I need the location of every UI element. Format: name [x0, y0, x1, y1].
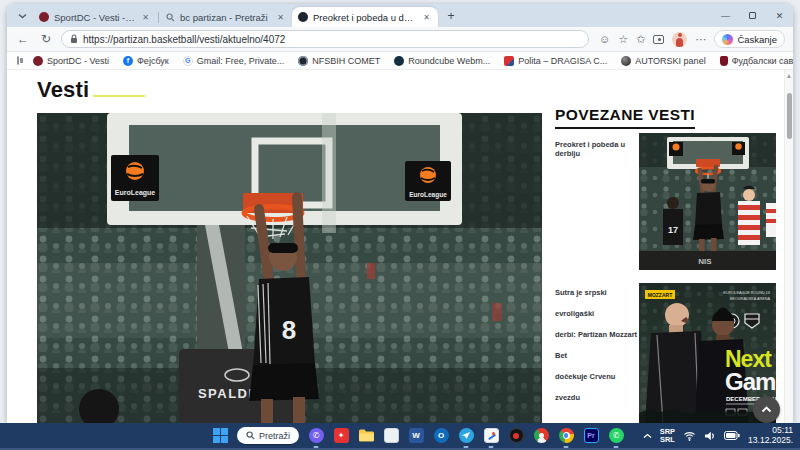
- running-indicator: [614, 446, 619, 448]
- scrollbar-up-arrow[interactable]: [787, 74, 791, 78]
- telegram-icon: [459, 428, 474, 443]
- tray-expand-chevron-icon[interactable]: [643, 433, 652, 439]
- tab-close-icon[interactable]: ✕: [275, 12, 286, 23]
- bookmark-label: Polita – DRAGISA C...: [518, 56, 607, 66]
- page-title: Vesti: [37, 77, 89, 103]
- premiere-pro-icon: Pr: [584, 428, 599, 443]
- taskbar-search[interactable]: Pretraži: [237, 427, 299, 444]
- running-indicator: [314, 446, 319, 448]
- taskbar-chrome[interactable]: [558, 428, 574, 444]
- feedback-icon[interactable]: ☺: [599, 34, 610, 45]
- jersey-number-17: 17: [668, 225, 678, 235]
- taskbar-media-app[interactable]: [533, 428, 549, 444]
- bookmark-favicon: [394, 56, 404, 66]
- address-bar[interactable]: https://partizan.basketball/vesti/aktuel…: [61, 30, 589, 48]
- facebook-icon: f: [123, 56, 133, 66]
- sidebar-toggle-icon[interactable]: [17, 56, 19, 65]
- meta-line-1: EUROLEAGUE ROUND 16: [723, 291, 770, 295]
- svg-text:EuroLeague: EuroLeague: [115, 189, 156, 197]
- tab-article-active[interactable]: Preokret i pobeda u derbiju ✕: [292, 7, 438, 27]
- tab-divider: [158, 12, 159, 23]
- taskbar-snipping-tool[interactable]: [483, 428, 499, 444]
- tab-close-icon[interactable]: ✕: [140, 12, 151, 23]
- chevron-up-icon: [761, 406, 772, 413]
- bookmark-comet[interactable]: NFSBIH COMET: [298, 56, 380, 66]
- url-text: https://partizan.basketball/vesti/aktuel…: [83, 34, 285, 45]
- copilot-chat-button[interactable]: Časkanje: [714, 30, 785, 48]
- collections-icon[interactable]: ✩: [636, 34, 645, 45]
- wifi-icon[interactable]: [683, 431, 696, 441]
- running-indicator: [564, 446, 569, 448]
- bookmark-label: SportDC - Vesti: [47, 56, 109, 66]
- tab-sportdc[interactable]: SportDC - Vesti - Međunarodna ko ✕: [33, 7, 157, 27]
- favorites-star-icon[interactable]: ☆: [618, 34, 628, 45]
- profile-avatar[interactable]: [672, 32, 687, 47]
- bookmark-label: NFSBIH COMET: [312, 56, 380, 66]
- related-item-1-title[interactable]: Preokret i pobeda u derbiju: [555, 140, 639, 158]
- taskbar-ms-store[interactable]: [383, 428, 399, 444]
- taskbar-viber[interactable]: ✆: [308, 428, 324, 444]
- window-controls: — ✕: [712, 4, 793, 27]
- chat-label: Časkanje: [737, 34, 777, 45]
- bookmark-roundcube[interactable]: Roundcube Webm...: [394, 56, 490, 66]
- taskbar-file-explorer[interactable]: [358, 428, 374, 444]
- settings-menu-icon[interactable]: ⋯: [695, 34, 706, 45]
- search-favicon-icon: [166, 13, 175, 22]
- bookmark-favicon: [33, 56, 43, 66]
- bookmark-label: Roundcube Webm...: [408, 56, 490, 66]
- tab-strip: SportDC - Vesti - Međunarodna ko ✕ bc pa…: [7, 4, 793, 27]
- scrollbar-thumb[interactable]: [787, 93, 792, 139]
- taskbar-word[interactable]: W: [408, 428, 424, 444]
- refresh-button[interactable]: ↻: [38, 32, 54, 46]
- tab-search-results[interactable]: bc partizan - Pretraži ✕: [160, 7, 292, 27]
- related-item-1-thumbnail[interactable]: 17 NIS: [639, 133, 776, 270]
- related-news-heading: POVEZANE VESTI: [555, 106, 695, 129]
- maximize-icon: [749, 12, 756, 19]
- red-star-app-icon: ✦: [334, 428, 349, 443]
- close-button[interactable]: ✕: [766, 4, 793, 27]
- bookmark-label: Фудбалски савез...: [732, 56, 793, 66]
- bookmark-favicon: [504, 56, 514, 66]
- taskbar-telegram[interactable]: [458, 428, 474, 444]
- web-capture-icon[interactable]: [653, 35, 664, 44]
- bookmark-fudbalski-savez[interactable]: Фудбалски савез...: [720, 56, 793, 66]
- taskbar-outlook[interactable]: O: [433, 428, 449, 444]
- language-indicator[interactable]: SRP SRL: [660, 428, 675, 444]
- tab-search-chevron-icon[interactable]: [13, 7, 31, 25]
- meta-line-2: BEOGRADSKA ARENA: [730, 297, 771, 301]
- bookmark-favicon: [621, 56, 631, 66]
- taskbar-whatsapp[interactable]: ✆: [608, 428, 624, 444]
- taskbar-recorder[interactable]: [508, 428, 524, 444]
- volume-icon[interactable]: [704, 431, 716, 441]
- taskbar-center: Pretraži ✆ ✦ W O Pr ✆: [212, 423, 624, 448]
- tab-title: SportDC - Vesti - Međunarodna ko: [54, 12, 135, 23]
- system-tray: SRP SRL 05:11 13.12.2025.: [643, 423, 793, 448]
- bookmark-autorski[interactable]: AUTORSKI panel: [621, 56, 705, 66]
- back-button[interactable]: ←: [15, 32, 31, 46]
- page-scrollbar[interactable]: [784, 70, 793, 423]
- bookmark-polita[interactable]: Polita – DRAGISA C...: [504, 56, 607, 66]
- scroll-to-top-button[interactable]: [753, 396, 780, 423]
- bookmark-gmail[interactable]: GGmail: Free, Private...: [183, 56, 285, 66]
- lock-icon: [70, 34, 78, 44]
- svg-text:MOZZART: MOZZART: [648, 292, 672, 298]
- start-button[interactable]: [212, 428, 228, 444]
- euroleague-panel-right: EuroLeague: [405, 161, 451, 201]
- bookmark-sportdc[interactable]: SportDC - Vesti: [33, 56, 109, 66]
- bookmark-facebook[interactable]: fФејсбук: [123, 56, 169, 66]
- battery-icon[interactable]: [724, 431, 740, 440]
- browser-toolbar: ← ↻ https://partizan.basketball/vesti/ak…: [7, 27, 793, 52]
- folder-icon: [359, 429, 374, 442]
- sportdc-favicon: [39, 12, 49, 22]
- related-item-2-title[interactable]: Sutra je srpski evroligaški derbi: Parti…: [555, 282, 639, 408]
- windows-logo-icon: [213, 428, 228, 443]
- taskbar-red-app[interactable]: ✦: [333, 428, 349, 444]
- euroleague-panel-left: EuroLeague: [111, 155, 159, 201]
- taskbar-premiere[interactable]: Pr: [583, 428, 599, 444]
- copilot-icon: [722, 34, 733, 45]
- tab-close-icon[interactable]: ✕: [421, 12, 432, 23]
- maximize-button[interactable]: [739, 4, 766, 27]
- new-tab-button[interactable]: +: [442, 7, 460, 25]
- taskbar-clock[interactable]: 05:11 13.12.2025.: [748, 426, 793, 445]
- minimize-button[interactable]: —: [712, 4, 739, 27]
